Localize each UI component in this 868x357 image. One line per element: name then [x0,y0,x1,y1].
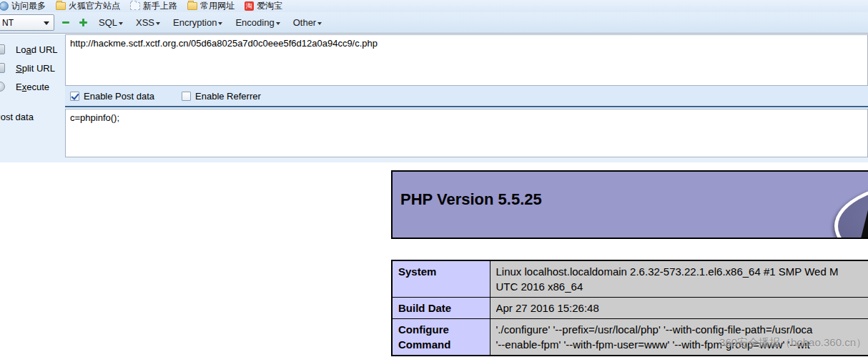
enable-post-data-checkbox[interactable] [70,92,79,101]
chevron-down-icon [218,22,222,25]
bookmark-label: 新手上路 [143,0,177,12]
bookmark-most-visited[interactable]: 访问最多 [0,0,49,12]
load-url-label: Load URL [16,44,58,55]
folder-dashed-icon [130,2,140,10]
hackbar-panel: Load URL Split URL Execute Post data htt… [0,34,868,162]
menu-label: Other [293,17,317,28]
menu-other[interactable]: Other [293,17,322,28]
row-label: System [392,260,490,298]
folder-icon [56,2,66,10]
menu-encryption[interactable]: Encryption [173,17,222,28]
url-input[interactable]: http://hackme.sctf.xctf.org.cn/05d6a8025… [65,34,868,86]
execute-icon [0,82,5,92]
chevron-down-icon [317,22,322,25]
row-label: Build Date [392,298,490,319]
menu-xss[interactable]: XSS [136,17,160,28]
execute-label: Execute [16,82,49,92]
bookmark-label: 访问最多 [11,0,46,12]
menu-label: Encryption [173,17,217,28]
page-content: PHP Version 5.5.25 P System Linux localh… [0,162,868,357]
row-value: Linux localhost.localdomain 2.6.32-573.2… [490,260,868,298]
phpinfo-title: PHP Version 5.5.25 [400,190,542,209]
hackbar-toolbar: NT SQL XSS Encryption Encoding Other [0,12,868,34]
bookmark-firefox-official[interactable]: 火狐官方站点 [52,0,124,12]
bookmark-aitaobao[interactable]: 淘 爱淘宝 [241,0,286,12]
post-data-input[interactable]: c=phpinfo(); [65,109,868,157]
split-url-label: Split URL [16,63,55,74]
menu-label: Encoding [235,17,274,28]
hackbar-add-button[interactable] [77,17,89,29]
taobao-icon: 淘 [245,1,254,11]
php-logo-ellipse: P [838,184,868,239]
hackbar-history-value: NT [2,18,14,28]
phpinfo-table: System Linux localhost.localdomain 2.6.3… [391,260,868,356]
php-logo: P [834,180,868,239]
chevron-down-icon [156,22,160,25]
execute-button[interactable]: Execute [0,80,49,93]
chevron-down-icon [276,22,280,25]
bookmark-label: 火狐官方站点 [69,0,120,12]
php-logo-letter: P [854,185,868,239]
bookmark-getting-started[interactable]: 新手上路 [127,0,181,12]
phpinfo-header: PHP Version 5.5.25 P [391,170,868,239]
enable-post-data-option: Enable Post data [70,91,154,102]
hackbar-options-row: Enable Post data Enable Referrer [65,86,868,107]
bookmarks-bar: 访问最多 火狐官方站点 新手上路 常用网址 淘 爱淘宝 [0,0,868,12]
plus-icon [79,19,87,26]
load-url-icon [0,44,5,54]
history-icon [0,1,9,11]
table-row-system: System Linux localhost.localdomain 2.6.3… [392,260,868,298]
bookmark-label: 常用网址 [200,0,235,12]
menu-encoding[interactable]: Encoding [235,17,280,28]
row-value: './configure' '--prefix=/usr/local/php' … [490,319,868,356]
bookmark-label: 爱淘宝 [257,0,282,12]
hackbar-history-dropdown[interactable]: NT [0,14,54,31]
bookmark-common-sites[interactable]: 常用网址 [184,0,238,12]
table-row-build-date: Build Date Apr 27 2016 15:26:48 [392,298,868,319]
minus-icon [62,21,69,24]
menu-label: XSS [136,17,154,28]
hackbar-menus: SQL XSS Encryption Encoding Other [99,17,322,28]
load-url-button[interactable]: Load URL [0,43,58,56]
enable-referrer-option: Enable Referrer [182,91,261,102]
chevron-down-icon [119,22,123,25]
split-url-icon [0,63,5,73]
hackbar-remove-button[interactable] [60,17,71,29]
menu-label: SQL [99,17,117,28]
row-label: Configure Command [392,319,490,356]
post-data-label: Post data [0,112,34,122]
folder-icon [187,2,197,10]
hackbar-sidebar: Load URL Split URL Execute Post data [0,34,65,162]
enable-post-data-label[interactable]: Enable Post data [84,91,154,102]
table-row-configure-command: Configure Command './configure' '--prefi… [392,319,868,356]
chevron-down-icon [44,21,49,25]
split-url-button[interactable]: Split URL [0,62,55,74]
row-value: Apr 27 2016 15:26:48 [490,298,868,319]
menu-sql[interactable]: SQL [99,17,123,28]
enable-referrer-label[interactable]: Enable Referrer [195,91,261,102]
enable-referrer-checkbox[interactable] [182,92,191,101]
